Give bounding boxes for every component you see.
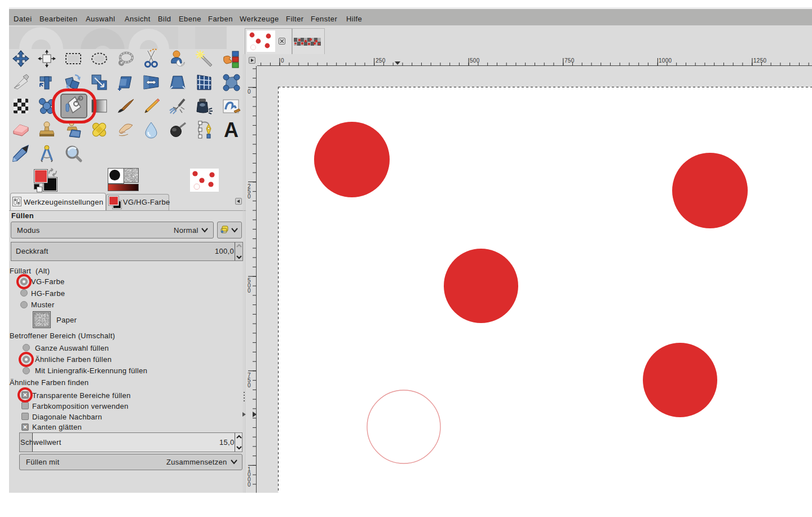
- svg-text:A: A: [224, 118, 239, 142]
